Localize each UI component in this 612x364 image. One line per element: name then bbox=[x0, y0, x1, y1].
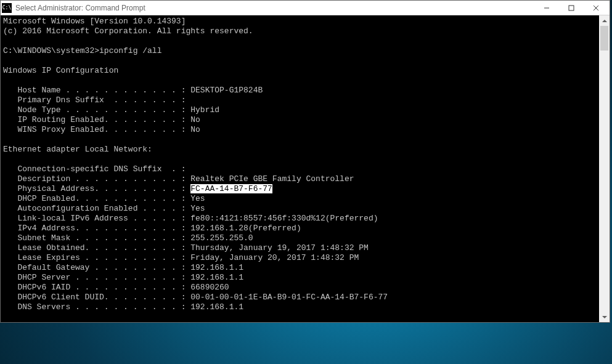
window-controls bbox=[534, 1, 608, 15]
titlebar[interactable]: C:\ Select Administrator: Command Prompt bbox=[1, 1, 610, 15]
section-header: Windows IP Configuration bbox=[3, 66, 597, 76]
scroll-up-button[interactable] bbox=[599, 15, 610, 26]
output-line: IPv4 Address. . . . . . . . . . . : 192.… bbox=[3, 224, 597, 233]
output-line: (c) 2016 Microsoft Corporation. All righ… bbox=[3, 26, 597, 36]
field-label: Lease Obtained. . . . . . . . . . : bbox=[3, 243, 190, 253]
field-value: Thursday, January 19, 2017 1:48:32 PM bbox=[190, 243, 369, 253]
output-line: Node Type . . . . . . . . . . . . : Hybr… bbox=[3, 105, 597, 115]
field-value: Friday, January 20, 2017 1:48:32 PM bbox=[190, 253, 359, 262]
output-line bbox=[3, 56, 597, 66]
command-text: ipconfig /all bbox=[99, 46, 161, 55]
field-value: 192.168.1.1 bbox=[190, 273, 243, 282]
field-label: Lease Expires . . . . . . . . . . : bbox=[3, 253, 190, 262]
field-label: DHCP Server . . . . . . . . . . . : bbox=[3, 273, 190, 282]
output-line: Lease Expires . . . . . . . . . . : Frid… bbox=[3, 253, 597, 263]
field-label: DHCP Enabled. . . . . . . . . . . : bbox=[3, 194, 190, 203]
physical-address-highlighted: FC-AA-14-B7-F6-77 bbox=[190, 184, 272, 193]
chevron-up-icon bbox=[602, 20, 607, 22]
output-line bbox=[3, 36, 597, 46]
field-label: Physical Address. . . . . . . . . : bbox=[3, 184, 190, 193]
output-line bbox=[3, 135, 597, 145]
field-value: 255.255.255.0 bbox=[190, 233, 253, 243]
output-line: Microsoft Windows [Version 10.0.14393] bbox=[3, 17, 597, 26]
field-label: Autoconfiguration Enabled . . . . : bbox=[3, 204, 190, 213]
vertical-scrollbar[interactable] bbox=[599, 15, 610, 322]
output-line: Physical Address. . . . . . . . . : FC-A… bbox=[3, 184, 597, 194]
field-label: Host Name . . . . . . . . . . . . : bbox=[3, 86, 190, 95]
command-prompt-window: C:\ Select Administrator: Command Prompt… bbox=[0, 0, 610, 323]
svg-marker-4 bbox=[602, 20, 607, 22]
prompt-text: C:\WINDOWS\system32> bbox=[3, 46, 99, 55]
minimize-icon bbox=[544, 5, 550, 11]
output-line: WINS Proxy Enabled. . . . . . . . : No bbox=[3, 125, 597, 135]
field-label: Primary Dns Suffix . . . . . . . : bbox=[3, 95, 186, 105]
field-label: DHCPv6 Client DUID. . . . . . . . : bbox=[3, 293, 190, 302]
field-label: Default Gateway . . . . . . . . . : bbox=[3, 263, 190, 272]
field-label: Link-local IPv6 Address . . . . . : bbox=[3, 214, 190, 223]
field-label: Subnet Mask . . . . . . . . . . . : bbox=[3, 233, 190, 243]
output-line: DHCP Server . . . . . . . . . . . : 192.… bbox=[3, 273, 597, 283]
field-value: DESKTOP-G1P824B bbox=[190, 86, 263, 95]
app-icon: C:\ bbox=[2, 3, 12, 13]
field-value: 00-01-00-01-1E-BA-B9-01-FC-AA-14-B7-F6-7… bbox=[190, 293, 388, 302]
field-value: Yes bbox=[190, 204, 205, 213]
field-label: IP Routing Enabled. . . . . . . . : bbox=[3, 115, 190, 124]
field-value: Hybrid bbox=[190, 105, 219, 115]
output-line: Primary Dns Suffix . . . . . . . : bbox=[3, 95, 597, 105]
terminal-output[interactable]: Microsoft Windows [Version 10.0.14393](c… bbox=[1, 15, 599, 322]
output-line: DHCPv6 IAID . . . . . . . . . . . : 6689… bbox=[3, 283, 597, 293]
field-label: WINS Proxy Enabled. . . . . . . . : bbox=[3, 125, 190, 134]
minimize-button[interactable] bbox=[534, 1, 559, 15]
output-line bbox=[3, 76, 597, 86]
field-value: 192.168.1.28(Preferred) bbox=[190, 224, 301, 233]
output-line: DHCPv6 Client DUID. . . . . . . . : 00-0… bbox=[3, 293, 597, 302]
output-line bbox=[3, 155, 597, 164]
section-header: Ethernet adapter Local Network: bbox=[3, 145, 597, 155]
field-value: 192.168.1.1 bbox=[190, 263, 243, 272]
output-line: DHCP Enabled. . . . . . . . . . . : Yes bbox=[3, 194, 597, 204]
chevron-down-icon bbox=[602, 316, 607, 318]
output-line: Host Name . . . . . . . . . . . . : DESK… bbox=[3, 86, 597, 95]
output-line: Description . . . . . . . . . . . : Real… bbox=[3, 174, 597, 184]
prompt-line: C:\WINDOWS\system32>ipconfig /all bbox=[3, 46, 597, 56]
output-line: Lease Obtained. . . . . . . . . . : Thur… bbox=[3, 243, 597, 253]
maximize-icon bbox=[568, 5, 574, 11]
output-line: Connection-specific DNS Suffix . : bbox=[3, 164, 597, 174]
scroll-track[interactable] bbox=[599, 26, 610, 312]
terminal-area: Microsoft Windows [Version 10.0.14393](c… bbox=[1, 15, 610, 322]
output-line: DNS Servers . . . . . . . . . . . : 192.… bbox=[3, 302, 597, 312]
output-line: Default Gateway . . . . . . . . . : 192.… bbox=[3, 263, 597, 273]
field-value: Realtek PCIe GBE Family Controller bbox=[190, 174, 354, 184]
field-value: No bbox=[190, 125, 200, 134]
field-label: Node Type . . . . . . . . . . . . : bbox=[3, 105, 190, 115]
field-label: Connection-specific DNS Suffix . : bbox=[3, 164, 186, 174]
field-value: 66890260 bbox=[190, 283, 229, 292]
field-value: fe80::4121:8557:456f:330d%12(Preferred) bbox=[190, 214, 378, 223]
svg-rect-1 bbox=[569, 6, 574, 10]
output-line: Link-local IPv6 Address . . . . . : fe80… bbox=[3, 214, 597, 224]
field-value: No bbox=[190, 115, 200, 124]
field-label: DNS Servers . . . . . . . . . . . : bbox=[3, 302, 190, 312]
scroll-thumb[interactable] bbox=[600, 26, 608, 51]
field-value: 192.168.1.1 bbox=[190, 302, 243, 312]
field-label: IPv4 Address. . . . . . . . . . . : bbox=[3, 224, 190, 233]
close-icon bbox=[593, 5, 599, 11]
field-label: Description . . . . . . . . . . . : bbox=[3, 174, 190, 184]
output-line: Subnet Mask . . . . . . . . . . . : 255.… bbox=[3, 233, 597, 243]
field-label: DHCPv6 IAID . . . . . . . . . . . : bbox=[3, 283, 190, 292]
scroll-down-button[interactable] bbox=[599, 312, 610, 322]
close-button[interactable] bbox=[584, 1, 608, 15]
svg-marker-5 bbox=[602, 316, 607, 318]
maximize-button[interactable] bbox=[559, 1, 584, 15]
window-title: Select Administrator: Command Prompt bbox=[15, 4, 534, 12]
field-value: Yes bbox=[190, 194, 205, 203]
output-line: Autoconfiguration Enabled . . . . : Yes bbox=[3, 204, 597, 214]
output-line: IP Routing Enabled. . . . . . . . : No bbox=[3, 115, 597, 125]
